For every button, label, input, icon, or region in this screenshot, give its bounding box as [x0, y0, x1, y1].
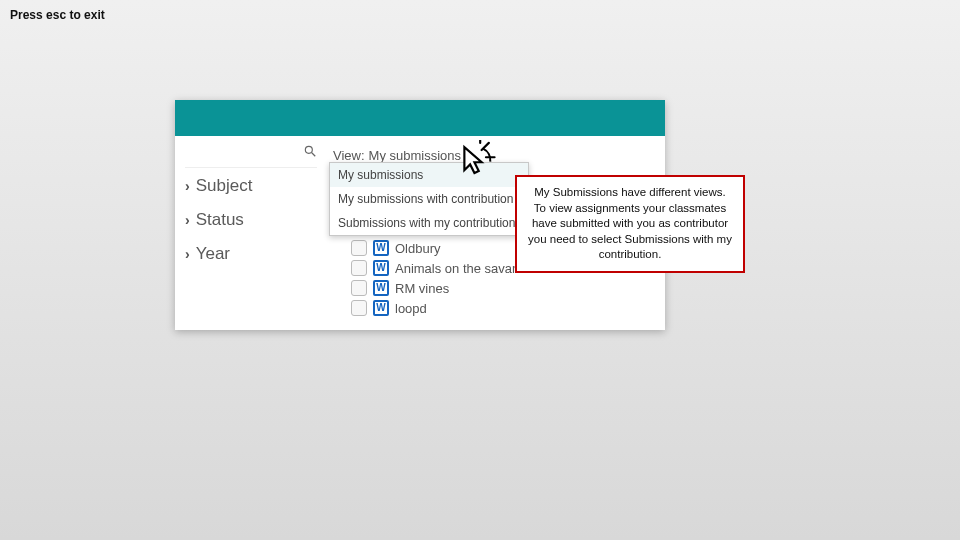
svg-marker-2 [464, 147, 481, 173]
click-cursor-icon [450, 140, 496, 190]
chevron-right-icon: › [185, 212, 190, 228]
svg-line-1 [312, 152, 316, 156]
word-doc-icon: W [373, 280, 389, 296]
word-doc-icon: W [373, 300, 389, 316]
facet-label: Subject [196, 176, 253, 196]
word-doc-icon: W [373, 260, 389, 276]
sidebar: › Subject › Status › Year [175, 136, 325, 330]
esc-hint: Press esc to exit [10, 8, 105, 22]
item-title: Animals on the savanna [395, 261, 534, 276]
checkbox[interactable] [351, 240, 367, 256]
view-current: My submissions [369, 148, 461, 163]
facet-label: Year [196, 244, 230, 264]
checkbox[interactable] [351, 300, 367, 316]
chevron-right-icon: › [185, 178, 190, 194]
item-title: RM vines [395, 281, 449, 296]
view-label: View: [333, 148, 365, 163]
facet-year[interactable]: › Year [185, 236, 317, 270]
checkbox[interactable] [351, 260, 367, 276]
search-icon[interactable] [303, 144, 317, 162]
list-item[interactable]: W loopd [333, 298, 657, 318]
facet-subject[interactable]: › Subject [185, 168, 317, 202]
view-option-my-submissions-with-contribution[interactable]: My submissions with contribution [330, 187, 528, 211]
search-row [185, 142, 317, 168]
chevron-right-icon: › [185, 246, 190, 262]
list-item[interactable]: W RM vines [333, 278, 657, 298]
checkbox[interactable] [351, 280, 367, 296]
view-option-my-submissions[interactable]: My submissions [330, 163, 528, 187]
item-title: Oldbury [395, 241, 441, 256]
facet-label: Status [196, 210, 244, 230]
instruction-callout: My Submissions have different views. To … [515, 175, 745, 273]
item-title: loopd [395, 301, 427, 316]
facet-status[interactable]: › Status [185, 202, 317, 236]
view-option-submissions-with-my-contribution[interactable]: Submissions with my contribution [330, 211, 528, 235]
svg-point-0 [305, 146, 312, 153]
view-dropdown: My submissions My submissions with contr… [329, 162, 529, 236]
titlebar [175, 100, 665, 136]
word-doc-icon: W [373, 240, 389, 256]
